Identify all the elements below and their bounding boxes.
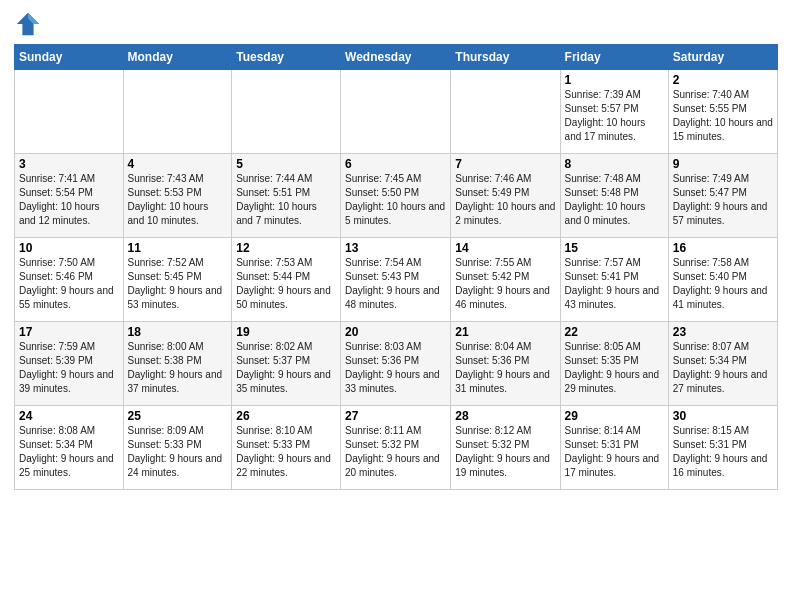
day-info: Sunrise: 8:08 AM Sunset: 5:34 PM Dayligh… [19, 424, 119, 480]
day-number: 11 [128, 241, 228, 255]
day-info: Sunrise: 8:15 AM Sunset: 5:31 PM Dayligh… [673, 424, 773, 480]
calendar-cell: 27Sunrise: 8:11 AM Sunset: 5:32 PM Dayli… [341, 406, 451, 490]
weekday-header: Friday [560, 45, 668, 70]
header [14, 10, 778, 38]
day-number: 30 [673, 409, 773, 423]
day-number: 10 [19, 241, 119, 255]
calendar-cell: 20Sunrise: 8:03 AM Sunset: 5:36 PM Dayli… [341, 322, 451, 406]
calendar-week-row: 1Sunrise: 7:39 AM Sunset: 5:57 PM Daylig… [15, 70, 778, 154]
day-number: 29 [565, 409, 664, 423]
day-info: Sunrise: 7:41 AM Sunset: 5:54 PM Dayligh… [19, 172, 119, 228]
day-info: Sunrise: 7:45 AM Sunset: 5:50 PM Dayligh… [345, 172, 446, 228]
day-info: Sunrise: 7:50 AM Sunset: 5:46 PM Dayligh… [19, 256, 119, 312]
calendar-cell: 9Sunrise: 7:49 AM Sunset: 5:47 PM Daylig… [668, 154, 777, 238]
day-number: 23 [673, 325, 773, 339]
calendar-cell: 17Sunrise: 7:59 AM Sunset: 5:39 PM Dayli… [15, 322, 124, 406]
calendar-cell: 10Sunrise: 7:50 AM Sunset: 5:46 PM Dayli… [15, 238, 124, 322]
day-info: Sunrise: 8:07 AM Sunset: 5:34 PM Dayligh… [673, 340, 773, 396]
day-info: Sunrise: 8:03 AM Sunset: 5:36 PM Dayligh… [345, 340, 446, 396]
calendar-cell: 16Sunrise: 7:58 AM Sunset: 5:40 PM Dayli… [668, 238, 777, 322]
page: SundayMondayTuesdayWednesdayThursdayFrid… [0, 0, 792, 612]
day-number: 1 [565, 73, 664, 87]
day-info: Sunrise: 8:11 AM Sunset: 5:32 PM Dayligh… [345, 424, 446, 480]
calendar-cell: 4Sunrise: 7:43 AM Sunset: 5:53 PM Daylig… [123, 154, 232, 238]
calendar-cell: 30Sunrise: 8:15 AM Sunset: 5:31 PM Dayli… [668, 406, 777, 490]
weekday-header: Saturday [668, 45, 777, 70]
day-info: Sunrise: 7:54 AM Sunset: 5:43 PM Dayligh… [345, 256, 446, 312]
day-number: 3 [19, 157, 119, 171]
calendar-cell: 13Sunrise: 7:54 AM Sunset: 5:43 PM Dayli… [341, 238, 451, 322]
day-number: 17 [19, 325, 119, 339]
day-info: Sunrise: 7:39 AM Sunset: 5:57 PM Dayligh… [565, 88, 664, 144]
calendar-cell: 7Sunrise: 7:46 AM Sunset: 5:49 PM Daylig… [451, 154, 560, 238]
day-info: Sunrise: 7:53 AM Sunset: 5:44 PM Dayligh… [236, 256, 336, 312]
day-number: 19 [236, 325, 336, 339]
weekday-header: Tuesday [232, 45, 341, 70]
day-number: 13 [345, 241, 446, 255]
calendar-cell [123, 70, 232, 154]
day-info: Sunrise: 7:44 AM Sunset: 5:51 PM Dayligh… [236, 172, 336, 228]
calendar-cell: 15Sunrise: 7:57 AM Sunset: 5:41 PM Dayli… [560, 238, 668, 322]
calendar-week-row: 17Sunrise: 7:59 AM Sunset: 5:39 PM Dayli… [15, 322, 778, 406]
calendar-cell: 8Sunrise: 7:48 AM Sunset: 5:48 PM Daylig… [560, 154, 668, 238]
day-number: 22 [565, 325, 664, 339]
calendar: SundayMondayTuesdayWednesdayThursdayFrid… [14, 44, 778, 490]
calendar-cell: 25Sunrise: 8:09 AM Sunset: 5:33 PM Dayli… [123, 406, 232, 490]
day-info: Sunrise: 7:55 AM Sunset: 5:42 PM Dayligh… [455, 256, 555, 312]
day-number: 14 [455, 241, 555, 255]
calendar-cell [232, 70, 341, 154]
calendar-cell: 1Sunrise: 7:39 AM Sunset: 5:57 PM Daylig… [560, 70, 668, 154]
day-info: Sunrise: 8:10 AM Sunset: 5:33 PM Dayligh… [236, 424, 336, 480]
calendar-cell: 24Sunrise: 8:08 AM Sunset: 5:34 PM Dayli… [15, 406, 124, 490]
day-info: Sunrise: 7:40 AM Sunset: 5:55 PM Dayligh… [673, 88, 773, 144]
calendar-header-row: SundayMondayTuesdayWednesdayThursdayFrid… [15, 45, 778, 70]
day-number: 6 [345, 157, 446, 171]
calendar-cell: 26Sunrise: 8:10 AM Sunset: 5:33 PM Dayli… [232, 406, 341, 490]
day-number: 26 [236, 409, 336, 423]
calendar-cell: 19Sunrise: 8:02 AM Sunset: 5:37 PM Dayli… [232, 322, 341, 406]
calendar-cell: 2Sunrise: 7:40 AM Sunset: 5:55 PM Daylig… [668, 70, 777, 154]
calendar-cell [15, 70, 124, 154]
day-info: Sunrise: 8:12 AM Sunset: 5:32 PM Dayligh… [455, 424, 555, 480]
day-info: Sunrise: 7:58 AM Sunset: 5:40 PM Dayligh… [673, 256, 773, 312]
day-info: Sunrise: 7:48 AM Sunset: 5:48 PM Dayligh… [565, 172, 664, 228]
day-number: 4 [128, 157, 228, 171]
weekday-header: Wednesday [341, 45, 451, 70]
weekday-header: Sunday [15, 45, 124, 70]
day-info: Sunrise: 8:04 AM Sunset: 5:36 PM Dayligh… [455, 340, 555, 396]
day-number: 21 [455, 325, 555, 339]
day-number: 8 [565, 157, 664, 171]
day-number: 15 [565, 241, 664, 255]
day-info: Sunrise: 7:52 AM Sunset: 5:45 PM Dayligh… [128, 256, 228, 312]
weekday-header: Thursday [451, 45, 560, 70]
calendar-cell: 28Sunrise: 8:12 AM Sunset: 5:32 PM Dayli… [451, 406, 560, 490]
weekday-header: Monday [123, 45, 232, 70]
calendar-cell: 22Sunrise: 8:05 AM Sunset: 5:35 PM Dayli… [560, 322, 668, 406]
day-number: 2 [673, 73, 773, 87]
day-number: 27 [345, 409, 446, 423]
calendar-week-row: 3Sunrise: 7:41 AM Sunset: 5:54 PM Daylig… [15, 154, 778, 238]
day-number: 12 [236, 241, 336, 255]
day-info: Sunrise: 8:00 AM Sunset: 5:38 PM Dayligh… [128, 340, 228, 396]
day-number: 9 [673, 157, 773, 171]
calendar-cell: 3Sunrise: 7:41 AM Sunset: 5:54 PM Daylig… [15, 154, 124, 238]
day-info: Sunrise: 7:46 AM Sunset: 5:49 PM Dayligh… [455, 172, 555, 228]
calendar-cell: 12Sunrise: 7:53 AM Sunset: 5:44 PM Dayli… [232, 238, 341, 322]
logo-icon [14, 10, 42, 38]
calendar-cell [451, 70, 560, 154]
calendar-cell: 18Sunrise: 8:00 AM Sunset: 5:38 PM Dayli… [123, 322, 232, 406]
day-info: Sunrise: 8:05 AM Sunset: 5:35 PM Dayligh… [565, 340, 664, 396]
calendar-cell: 29Sunrise: 8:14 AM Sunset: 5:31 PM Dayli… [560, 406, 668, 490]
day-info: Sunrise: 7:49 AM Sunset: 5:47 PM Dayligh… [673, 172, 773, 228]
day-number: 7 [455, 157, 555, 171]
logo [14, 10, 46, 38]
day-info: Sunrise: 7:57 AM Sunset: 5:41 PM Dayligh… [565, 256, 664, 312]
day-info: Sunrise: 7:59 AM Sunset: 5:39 PM Dayligh… [19, 340, 119, 396]
calendar-week-row: 10Sunrise: 7:50 AM Sunset: 5:46 PM Dayli… [15, 238, 778, 322]
day-number: 28 [455, 409, 555, 423]
calendar-cell: 23Sunrise: 8:07 AM Sunset: 5:34 PM Dayli… [668, 322, 777, 406]
day-number: 25 [128, 409, 228, 423]
calendar-cell: 14Sunrise: 7:55 AM Sunset: 5:42 PM Dayli… [451, 238, 560, 322]
day-number: 20 [345, 325, 446, 339]
calendar-cell: 11Sunrise: 7:52 AM Sunset: 5:45 PM Dayli… [123, 238, 232, 322]
